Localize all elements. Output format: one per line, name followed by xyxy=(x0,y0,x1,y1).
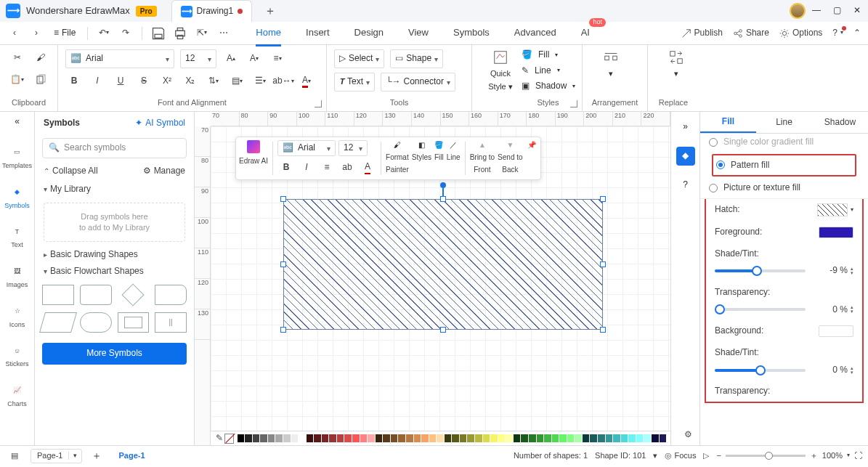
color-swatch[interactable] xyxy=(460,434,467,442)
line-button[interactable]: ✎ Line ▾ xyxy=(522,65,575,77)
ai-symbol-button[interactable]: ✦ AI Symbol xyxy=(135,118,185,129)
document-tab[interactable]: ⟶ Drawing1 xyxy=(171,0,253,22)
color-swatch[interactable] xyxy=(360,434,368,442)
status-dropdown[interactable]: ▾ xyxy=(653,450,657,460)
leftstrip-text[interactable]: TText xyxy=(0,222,34,253)
shape-subprocess[interactable]: || xyxy=(155,312,187,333)
color-swatch[interactable] xyxy=(567,434,575,442)
selected-shape[interactable] xyxy=(283,199,603,330)
shape-terminator[interactable] xyxy=(80,312,112,333)
ctx-size-select[interactable]: 12▾ xyxy=(338,140,368,156)
fill-opt-picture[interactable]: Picture or texture fill xyxy=(706,178,862,198)
color-swatch[interactable] xyxy=(268,434,275,442)
leftstrip-templates[interactable]: ▭Templates xyxy=(0,142,34,174)
hatch-picker[interactable]: ▾ xyxy=(817,203,853,216)
fit-page-button[interactable]: ⛶ xyxy=(854,450,862,460)
color-swatch[interactable] xyxy=(644,434,651,442)
line-spacing-button[interactable]: ⇅▾ xyxy=(205,73,222,90)
shape-rect[interactable] xyxy=(42,285,74,305)
pages-button[interactable]: ▤ xyxy=(6,447,23,465)
menu-insert[interactable]: Insert xyxy=(306,23,330,44)
color-swatch[interactable] xyxy=(575,434,582,442)
color-swatch[interactable] xyxy=(506,434,513,442)
cloud-button[interactable]: ⋯ xyxy=(216,26,231,41)
manage-button[interactable]: ⚙ Manage xyxy=(143,166,185,177)
font-size-select[interactable]: 12▾ xyxy=(180,49,216,68)
page-tab[interactable]: Page-1 xyxy=(111,450,152,460)
resize-handle[interactable] xyxy=(280,196,286,202)
ctx-line[interactable]: ／Line xyxy=(447,140,461,162)
menu-view[interactable]: View xyxy=(408,23,429,44)
user-avatar[interactable] xyxy=(790,3,806,19)
color-swatch[interactable] xyxy=(660,434,667,442)
color-swatch[interactable] xyxy=(552,434,559,442)
fg-shade-stepper[interactable]: ▴▾ xyxy=(851,267,853,275)
bullets-button[interactable]: ▤▾ xyxy=(228,73,246,90)
font-color-button[interactable]: A▾ xyxy=(298,73,315,90)
zoom-in-button[interactable]: ＋ xyxy=(810,450,818,460)
color-swatch[interactable] xyxy=(368,434,375,442)
color-swatch[interactable] xyxy=(521,434,528,442)
strikethrough-button[interactable]: S xyxy=(135,73,153,90)
bg-shade-slider[interactable] xyxy=(715,369,806,372)
color-swatch[interactable] xyxy=(299,434,306,442)
canvas-settings-icon[interactable]: ⚙ xyxy=(684,429,692,441)
resize-handle[interactable] xyxy=(440,196,446,202)
leftstrip-images[interactable]: 🖼Images xyxy=(0,261,34,293)
zoom-out-button[interactable]: − xyxy=(716,450,721,460)
color-swatch[interactable] xyxy=(437,434,444,442)
collapse-left-icon[interactable]: « xyxy=(15,116,20,131)
mylibrary-dropzone[interactable]: Drag symbols hereto add to My Library xyxy=(44,203,185,242)
color-swatch[interactable] xyxy=(598,434,605,442)
rotate-handle[interactable] xyxy=(440,182,446,188)
color-swatch[interactable] xyxy=(406,434,413,442)
minimize-button[interactable]: — xyxy=(811,6,822,16)
color-swatch[interactable] xyxy=(376,434,383,442)
text-tool[interactable]: 𝙏 Text▾ xyxy=(334,73,375,92)
rightstrip-help[interactable]: ? xyxy=(676,176,695,195)
shadow-button[interactable]: ▣ Shadow ▾ xyxy=(522,81,575,92)
add-tab-button[interactable]: ＋ xyxy=(261,1,280,20)
expand-right-button[interactable]: » xyxy=(676,118,695,137)
menu-advanced[interactable]: Advanced xyxy=(514,23,556,44)
fg-trans-stepper[interactable]: ▴▾ xyxy=(851,305,853,314)
publish-button[interactable]: Publish xyxy=(681,28,723,39)
color-swatch[interactable] xyxy=(445,434,452,442)
resize-handle[interactable] xyxy=(600,261,606,267)
color-swatch[interactable] xyxy=(283,434,291,442)
copy-button[interactable] xyxy=(32,71,49,89)
color-swatch[interactable] xyxy=(475,434,482,442)
resize-handle[interactable] xyxy=(600,327,606,333)
section-basic-flowchart[interactable]: ▾Basic Flowchart Shapes xyxy=(35,263,194,280)
help-button[interactable]: ?▾ xyxy=(832,28,843,39)
color-swatch[interactable] xyxy=(490,434,498,442)
resize-handle[interactable] xyxy=(600,196,606,202)
no-fill-swatch[interactable] xyxy=(224,434,233,444)
color-swatch[interactable] xyxy=(344,434,352,442)
ctx-bring-front[interactable]: ▲Bring toFront xyxy=(470,140,495,174)
color-swatch[interactable] xyxy=(337,434,344,442)
color-swatch[interactable] xyxy=(245,434,252,442)
menu-home[interactable]: Home xyxy=(256,23,281,44)
color-swatch[interactable] xyxy=(544,434,551,442)
color-strip[interactable]: ✎ xyxy=(211,431,670,445)
page-dropdown[interactable]: Page-1▾ xyxy=(31,449,82,463)
color-swatch[interactable] xyxy=(628,434,636,442)
color-swatch[interactable] xyxy=(429,434,437,442)
edraw-ai-button[interactable]: Edraw AI xyxy=(239,140,268,166)
ctx-italic[interactable]: I xyxy=(298,159,315,176)
color-swatch[interactable] xyxy=(590,434,597,442)
maximize-button[interactable]: ▢ xyxy=(832,6,842,16)
ctx-fill[interactable]: 🪣Fill xyxy=(434,140,444,162)
ctx-pin-icon[interactable]: 📌 xyxy=(526,140,538,150)
rightstrip-style[interactable]: ◆ xyxy=(676,147,695,166)
superscript-button[interactable]: X² xyxy=(158,73,176,90)
align-left-button[interactable]: ≡▾ xyxy=(269,50,286,68)
canvas[interactable]: 7080901001101201301401501601701801902002… xyxy=(195,112,670,445)
color-swatch[interactable] xyxy=(621,434,628,442)
font-family-select[interactable]: 🔤 Arial▾ xyxy=(65,49,174,68)
close-button[interactable]: ✕ xyxy=(852,6,862,16)
redo-button[interactable]: ↷ xyxy=(118,26,133,41)
color-swatch[interactable] xyxy=(352,434,360,442)
ctx-align[interactable]: ≡ xyxy=(318,159,336,176)
